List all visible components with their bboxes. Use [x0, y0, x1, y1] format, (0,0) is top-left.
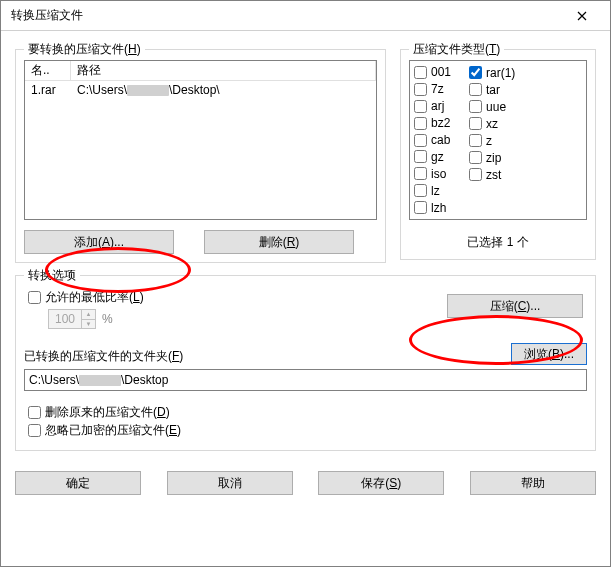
type-label: arj [431, 99, 444, 113]
type-label: 7z [431, 82, 444, 96]
type-rar1-checkbox[interactable]: rar(1) [469, 65, 515, 80]
min-ratio-checkbox-input[interactable] [28, 291, 41, 304]
ignore-encrypted-checkbox-input[interactable] [28, 424, 41, 437]
dialog-window: 转换压缩文件 要转换的压缩文件(H) 名.. 路径 1.rar [0, 0, 611, 567]
type-checkbox-input[interactable] [469, 168, 482, 181]
types-group: 压缩文件类型(T) 0017zarjbz2cabgzisolzlzh rar(1… [400, 49, 596, 260]
spinner-up-icon[interactable]: ▲ [82, 310, 95, 320]
type-label: rar(1) [486, 66, 515, 80]
type-lzh-checkbox[interactable]: lzh [414, 200, 451, 215]
type-checkbox-input[interactable] [414, 134, 427, 147]
delete-button[interactable]: 删除(R) [204, 230, 354, 254]
type-checkbox-input[interactable] [414, 83, 427, 96]
window-title: 转换压缩文件 [11, 7, 83, 24]
type-checkbox-input[interactable] [469, 83, 482, 96]
type-checkbox-input[interactable] [469, 151, 482, 164]
archives-group-title: 要转换的压缩文件(H) [24, 41, 145, 58]
type-checkbox-input[interactable] [414, 184, 427, 197]
cancel-button[interactable]: 取消 [167, 471, 293, 495]
type-arj-checkbox[interactable]: arj [414, 99, 451, 114]
type-bz2-checkbox[interactable]: bz2 [414, 116, 451, 131]
cell-name: 1.rar [25, 83, 71, 97]
close-button[interactable] [562, 2, 602, 30]
table-row[interactable]: 1.rar C:\Users\\Desktop\ [25, 81, 376, 99]
type-checkbox-input[interactable] [414, 150, 427, 163]
type-checkbox-input[interactable] [414, 167, 427, 180]
type-checkbox-input[interactable] [414, 100, 427, 113]
col-header-path[interactable]: 路径 [71, 61, 376, 80]
type-label: gz [431, 150, 444, 164]
type-tar-checkbox[interactable]: tar [469, 82, 515, 97]
type-label: bz2 [431, 116, 450, 130]
compression-button[interactable]: 压缩(C)... [447, 294, 583, 318]
type-z-checkbox[interactable]: z [469, 133, 515, 148]
options-group: 转换选项 允许的最低比率(L) ▲ ▼ [15, 275, 596, 451]
footer-buttons: 确定 取消 保存(S) 帮助 [15, 471, 596, 495]
type-label: zip [486, 151, 501, 165]
type-zip-checkbox[interactable]: zip [469, 150, 515, 165]
type-checkbox-input[interactable] [469, 117, 482, 130]
type-label: cab [431, 133, 450, 147]
archive-list[interactable]: 名.. 路径 1.rar C:\Users\\Desktop\ [24, 60, 377, 220]
type-checkbox-input[interactable] [469, 66, 482, 79]
spinner-down-icon[interactable]: ▼ [82, 320, 95, 329]
type-cab-checkbox[interactable]: cab [414, 133, 451, 148]
folder-label: 已转换的压缩文件的文件夹(F) [24, 348, 183, 365]
archive-list-header: 名.. 路径 [25, 61, 376, 81]
type-iso-checkbox[interactable]: iso [414, 166, 451, 181]
delete-original-checkbox[interactable]: 删除原来的压缩文件(D) [28, 405, 587, 420]
types-group-title: 压缩文件类型(T) [409, 41, 504, 58]
min-ratio-spinner[interactable]: ▲ ▼ [48, 309, 96, 329]
type-checkbox-input[interactable] [469, 134, 482, 147]
ratio-unit-label: % [102, 312, 113, 326]
folder-input[interactable]: C:\Users\\Desktop [24, 369, 587, 391]
types-status: 已选择 1 个 [409, 234, 587, 251]
type-xz-checkbox[interactable]: xz [469, 116, 515, 131]
col-header-name[interactable]: 名.. [25, 61, 71, 80]
type-checkbox-input[interactable] [469, 100, 482, 113]
options-group-title: 转换选项 [24, 267, 80, 284]
type-label: lz [431, 184, 440, 198]
type-label: uue [486, 100, 506, 114]
types-list: 0017zarjbz2cabgzisolzlzh rar(1)taruuexzz… [409, 60, 587, 220]
type-label: lzh [431, 201, 446, 215]
type-label: 001 [431, 65, 451, 79]
type-checkbox-input[interactable] [414, 66, 427, 79]
titlebar: 转换压缩文件 [1, 1, 610, 31]
type-7z-checkbox[interactable]: 7z [414, 82, 451, 97]
type-uue-checkbox[interactable]: uue [469, 99, 515, 114]
help-button[interactable]: 帮助 [470, 471, 596, 495]
type-label: z [486, 134, 492, 148]
type-label: xz [486, 117, 498, 131]
cell-path: C:\Users\\Desktop\ [71, 83, 376, 97]
close-icon [577, 11, 587, 21]
min-ratio-value[interactable] [49, 310, 81, 328]
type-001-checkbox[interactable]: 001 [414, 65, 451, 80]
archives-group: 要转换的压缩文件(H) 名.. 路径 1.rar C:\Users\\Deskt… [15, 49, 386, 263]
type-gz-checkbox[interactable]: gz [414, 149, 451, 164]
browse-button[interactable]: 浏览(B)... [511, 343, 587, 365]
add-button[interactable]: 添加(A)... [24, 230, 174, 254]
type-label: tar [486, 83, 500, 97]
type-label: iso [431, 167, 446, 181]
ok-button[interactable]: 确定 [15, 471, 141, 495]
type-lz-checkbox[interactable]: lz [414, 183, 451, 198]
type-zst-checkbox[interactable]: zst [469, 167, 515, 182]
type-checkbox-input[interactable] [414, 201, 427, 214]
type-checkbox-input[interactable] [414, 117, 427, 130]
delete-original-checkbox-input[interactable] [28, 406, 41, 419]
ignore-encrypted-checkbox[interactable]: 忽略已加密的压缩文件(E) [28, 423, 587, 438]
min-ratio-checkbox[interactable]: 允许的最低比率(L) [28, 290, 144, 305]
type-label: zst [486, 168, 501, 182]
save-button[interactable]: 保存(S) [318, 471, 444, 495]
